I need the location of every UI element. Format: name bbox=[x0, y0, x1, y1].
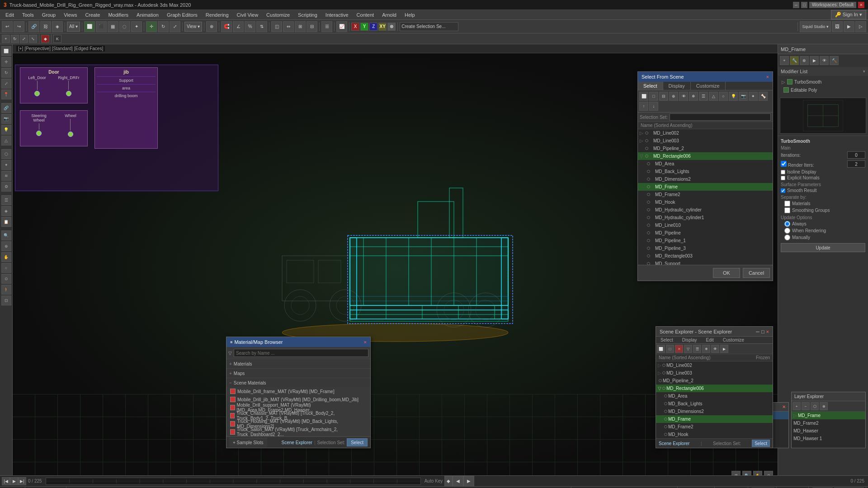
modifier-list-tool[interactable]: 📋 bbox=[1, 217, 11, 227]
menu-content[interactable]: Content bbox=[353, 10, 378, 19]
sign-in-btn[interactable]: 🔑 Sign In ▾ bbox=[831, 10, 866, 19]
customize-tab[interactable]: Customize bbox=[691, 82, 726, 90]
dt-visible[interactable]: 👁 bbox=[679, 92, 688, 101]
menu-arnold[interactable]: Arnold bbox=[378, 10, 400, 19]
snap-toggle-btn[interactable]: 🧲 bbox=[221, 21, 232, 32]
menu-rendering[interactable]: Rendering bbox=[202, 10, 232, 19]
item-md-backlights[interactable]: ⬡ MD_Back_Lights bbox=[638, 168, 773, 175]
array-btn[interactable]: ⊞ bbox=[295, 21, 306, 32]
display-btn[interactable]: 👁 bbox=[820, 56, 829, 65]
se-item-area[interactable]: ⬡ MD_Area bbox=[656, 392, 773, 400]
se-item-pipeline2[interactable]: ⬡ MD_Pipeline_2 bbox=[656, 377, 773, 385]
render-frame-btn[interactable]: 🖼 bbox=[832, 21, 843, 32]
spinner-snap-btn[interactable]: ⇅ bbox=[256, 21, 267, 32]
se-select-btn[interactable]: Select bbox=[752, 440, 770, 447]
se-footer-link[interactable]: Scene Explorer bbox=[659, 441, 689, 446]
se-min-btn[interactable]: ─ bbox=[756, 329, 760, 334]
play-btn[interactable]: ▶ bbox=[10, 477, 18, 485]
menu-views[interactable]: Views bbox=[60, 10, 80, 19]
prev-frame-btn[interactable]: |◀ bbox=[2, 477, 10, 485]
se-close-btn[interactable]: × bbox=[766, 329, 769, 334]
select-tab[interactable]: Select bbox=[638, 82, 663, 90]
item-md-pipeline2[interactable]: ⬡ MD_Pipeline_2 bbox=[638, 145, 773, 152]
create-panel-btn[interactable]: + bbox=[780, 56, 789, 65]
se-item-dim2[interactable]: ⬡ MD_Dimensions2 bbox=[656, 408, 773, 415]
viewport-header[interactable]: [+] [Perspective] [Standard] [Edged Face… bbox=[13, 44, 778, 53]
maps-header[interactable]: + Maps bbox=[226, 369, 370, 378]
bind-btn[interactable]: ◈ bbox=[52, 21, 63, 32]
window-controls[interactable]: ─ □ Workspaces: Default ✕ bbox=[793, 2, 864, 8]
select-scene-list[interactable]: ▷ ⬡ MD_Line002 ▷ ⬡ MD_Line003 ⬡ MD_Pipel… bbox=[638, 129, 773, 265]
item-md-area[interactable]: ⬡ MD_Area bbox=[638, 160, 773, 168]
auto-key-btn[interactable]: K bbox=[53, 35, 61, 43]
set-key-btn[interactable]: ◆ bbox=[41, 35, 49, 43]
item-md-line010[interactable]: ⬡ MD_Line010 bbox=[638, 221, 773, 229]
vp-pan[interactable]: ✋ bbox=[753, 471, 762, 475]
dt-invert[interactable]: ⊟ bbox=[659, 92, 668, 101]
select-region-btn[interactable]: ⬛ bbox=[96, 21, 107, 32]
item-md-line003[interactable]: ▷ ⬡ MD_Line003 bbox=[638, 137, 773, 145]
rotate2-btn[interactable]: ↻ bbox=[11, 35, 19, 43]
menu-modifiers[interactable]: Modifiers bbox=[104, 10, 132, 19]
se-tool-all[interactable]: ⬜ bbox=[657, 345, 665, 353]
le-tool-3[interactable]: ⬡ bbox=[811, 402, 819, 410]
item-md-hydcyl1[interactable]: ⬡ MD_Hydraulic_cylinder1 bbox=[638, 214, 773, 221]
item-md-support[interactable]: ⬡ MD_Support bbox=[638, 260, 773, 265]
viewport-nav[interactable]: ⊞ 🔍 ✋ ⊙ bbox=[731, 471, 773, 475]
vp-orbit[interactable]: ⊙ bbox=[764, 471, 773, 475]
align-btn[interactable]: ⊟ bbox=[307, 21, 317, 32]
modifier-editable-poly[interactable]: Editable Poly bbox=[780, 86, 866, 94]
item-md-frame2[interactable]: ⬡ MD_Frame2 bbox=[638, 191, 773, 198]
ok-btn[interactable]: OK bbox=[713, 268, 740, 278]
ref-coord-btn[interactable]: ⊕ bbox=[206, 21, 217, 32]
mat-search-input[interactable] bbox=[234, 349, 368, 357]
render-active-btn[interactable]: ▷ bbox=[855, 21, 866, 32]
scale2-btn[interactable]: ⤢ bbox=[20, 35, 28, 43]
sample-slots-btn[interactable]: + Sample Slots bbox=[229, 438, 267, 447]
material-tool[interactable]: ◈ bbox=[1, 206, 11, 216]
xyz-all-btn[interactable]: ⊗ bbox=[387, 23, 396, 31]
scale-tool[interactable]: ⤢ bbox=[1, 79, 11, 89]
maximize-btn[interactable]: □ bbox=[801, 2, 807, 8]
le-item-hawser[interactable]: MD_Hawser bbox=[792, 427, 865, 435]
le-tool-2[interactable]: − bbox=[802, 402, 810, 410]
menu-customize[interactable]: Customize bbox=[263, 10, 293, 19]
se-item-frame[interactable]: ⬡ MD_Frame bbox=[656, 415, 773, 423]
dt-none[interactable]: □ bbox=[649, 92, 658, 101]
next-frame-btn[interactable]: ▶| bbox=[18, 477, 26, 485]
se-edit-tab[interactable]: Edit bbox=[702, 337, 718, 343]
next-key-btn[interactable]: ▶ bbox=[463, 476, 474, 487]
arc-rotate-tool[interactable]: ⊙ bbox=[1, 274, 11, 284]
placer-tool[interactable]: 📍 bbox=[1, 89, 11, 99]
close-btn[interactable]: ✕ bbox=[858, 2, 864, 8]
se-select-tab[interactable]: Select bbox=[656, 337, 678, 343]
dt-helper[interactable]: ✦ bbox=[749, 92, 758, 101]
le-tool-1[interactable]: + bbox=[793, 402, 801, 410]
mat-item-1[interactable]: Mobile_Drill_frame_MAT (VRayMtl) [MD_Fra… bbox=[226, 387, 370, 395]
menu-help[interactable]: Help bbox=[401, 10, 419, 19]
dt-geo[interactable]: △ bbox=[709, 92, 718, 101]
select-obj-btn[interactable]: ⬜ bbox=[84, 21, 95, 32]
always-radio[interactable] bbox=[784, 221, 790, 227]
modifier-turbsmooth[interactable]: ▷ TurboSmooth bbox=[780, 78, 866, 86]
scene-materials-header[interactable]: − Scene Materials bbox=[226, 378, 370, 387]
item-md-dim2[interactable]: ⬡ MD_Dimensions2 bbox=[638, 175, 773, 183]
materials-header[interactable]: + Materials bbox=[226, 359, 370, 368]
key-mode-btn[interactable]: ◆ bbox=[444, 476, 453, 487]
vp-zoom[interactable]: 🔍 bbox=[742, 471, 751, 475]
se-tool-x[interactable]: ✕ bbox=[675, 345, 683, 353]
pan-tool[interactable]: ✋ bbox=[1, 252, 11, 262]
se-tool-render[interactable]: ▶ bbox=[720, 345, 728, 353]
select-dialog-close[interactable]: × bbox=[766, 74, 769, 80]
light-tool[interactable]: 💡 bbox=[1, 125, 11, 135]
item-md-hydcyl[interactable]: ⬡ MD_Hydraulic_cylinder bbox=[638, 206, 773, 214]
schematic-node-door[interactable]: Door Left_Door Right_DRFr bbox=[20, 67, 88, 103]
se-item-frame2[interactable]: ⬡ MD_Frame2 bbox=[656, 423, 773, 431]
walk-through-tool[interactable]: 🚶 bbox=[1, 285, 11, 295]
edit-named-sel-btn[interactable]: ◫ bbox=[271, 21, 282, 32]
systems-tool[interactable]: ⚙ bbox=[1, 182, 11, 192]
mat-select-btn[interactable]: Select bbox=[347, 438, 368, 446]
mat-browser-close[interactable]: × bbox=[364, 339, 367, 345]
select-filter-dropdown[interactable]: All ▾ bbox=[67, 22, 80, 32]
menu-tools[interactable]: Tools bbox=[19, 10, 38, 19]
